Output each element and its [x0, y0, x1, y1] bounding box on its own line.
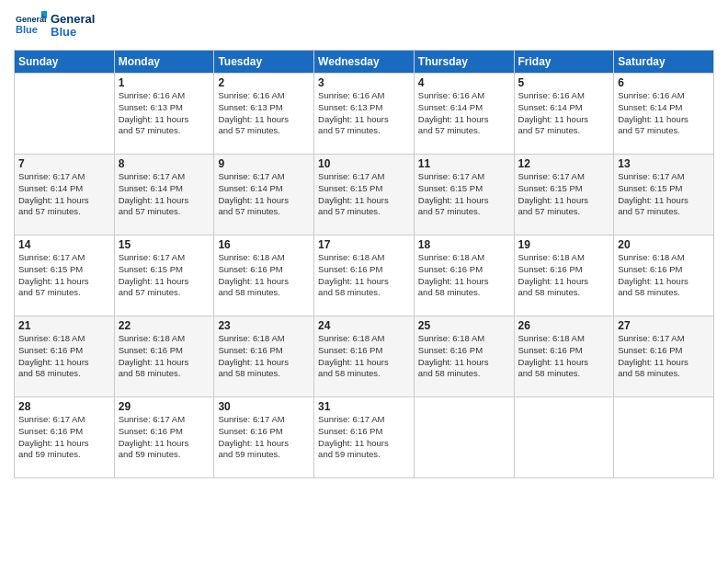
day-number: 23	[218, 319, 310, 332]
day-number: 28	[18, 400, 110, 413]
calendar-day-header: Monday	[114, 51, 214, 74]
day-info: Sunrise: 6:18 AM Sunset: 6:16 PM Dayligh…	[618, 252, 710, 299]
calendar: SundayMondayTuesdayWednesdayThursdayFrid…	[14, 50, 714, 478]
calendar-header-row: SundayMondayTuesdayWednesdayThursdayFrid…	[15, 51, 714, 74]
calendar-cell: 6Sunrise: 6:16 AM Sunset: 6:14 PM Daylig…	[614, 74, 714, 155]
calendar-cell: 22Sunrise: 6:18 AM Sunset: 6:16 PM Dayli…	[114, 316, 214, 397]
day-number: 29	[119, 400, 210, 413]
calendar-day-header: Friday	[514, 51, 614, 74]
day-number: 20	[618, 238, 710, 251]
day-info: Sunrise: 6:17 AM Sunset: 6:15 PM Dayligh…	[518, 171, 610, 218]
day-number: 4	[418, 76, 510, 89]
calendar-week-row: 14Sunrise: 6:17 AM Sunset: 6:15 PM Dayli…	[15, 236, 714, 316]
day-number: 16	[218, 238, 310, 251]
day-info: Sunrise: 6:18 AM Sunset: 6:16 PM Dayligh…	[318, 252, 410, 299]
calendar-cell: 11Sunrise: 6:17 AM Sunset: 6:15 PM Dayli…	[414, 155, 514, 236]
day-number: 26	[518, 319, 610, 332]
day-info: Sunrise: 6:18 AM Sunset: 6:16 PM Dayligh…	[18, 333, 110, 380]
day-number: 6	[618, 76, 710, 89]
day-number: 3	[318, 76, 410, 89]
day-info: Sunrise: 6:17 AM Sunset: 6:14 PM Dayligh…	[218, 171, 310, 218]
day-info: Sunrise: 6:18 AM Sunset: 6:16 PM Dayligh…	[218, 333, 310, 380]
day-info: Sunrise: 6:17 AM Sunset: 6:16 PM Dayligh…	[218, 414, 310, 461]
calendar-cell	[414, 397, 514, 478]
day-number: 21	[18, 319, 110, 332]
calendar-week-row: 28Sunrise: 6:17 AM Sunset: 6:16 PM Dayli…	[15, 397, 714, 478]
logo-blue: Blue	[51, 26, 95, 39]
day-number: 8	[119, 157, 210, 170]
calendar-cell	[614, 397, 714, 478]
calendar-day-header: Sunday	[15, 51, 115, 74]
header: General Blue General Blue	[14, 9, 714, 42]
calendar-cell: 10Sunrise: 6:17 AM Sunset: 6:15 PM Dayli…	[314, 155, 415, 236]
calendar-cell: 31Sunrise: 6:17 AM Sunset: 6:16 PM Dayli…	[314, 397, 415, 478]
day-info: Sunrise: 6:16 AM Sunset: 6:14 PM Dayligh…	[418, 90, 510, 137]
calendar-cell: 27Sunrise: 6:17 AM Sunset: 6:16 PM Dayli…	[614, 316, 714, 397]
calendar-cell: 17Sunrise: 6:18 AM Sunset: 6:16 PM Dayli…	[314, 236, 415, 316]
calendar-week-row: 7Sunrise: 6:17 AM Sunset: 6:14 PM Daylig…	[15, 155, 714, 236]
day-info: Sunrise: 6:16 AM Sunset: 6:13 PM Dayligh…	[119, 90, 210, 137]
calendar-cell: 12Sunrise: 6:17 AM Sunset: 6:15 PM Dayli…	[514, 155, 614, 236]
day-number: 11	[418, 157, 510, 170]
calendar-cell: 13Sunrise: 6:17 AM Sunset: 6:15 PM Dayli…	[614, 155, 714, 236]
calendar-cell: 9Sunrise: 6:17 AM Sunset: 6:14 PM Daylig…	[214, 155, 314, 236]
day-number: 5	[518, 76, 610, 89]
logo: General Blue General Blue	[14, 9, 95, 42]
day-info: Sunrise: 6:17 AM Sunset: 6:15 PM Dayligh…	[119, 252, 210, 299]
day-info: Sunrise: 6:18 AM Sunset: 6:16 PM Dayligh…	[119, 333, 210, 380]
calendar-cell: 26Sunrise: 6:18 AM Sunset: 6:16 PM Dayli…	[514, 316, 614, 397]
calendar-cell: 30Sunrise: 6:17 AM Sunset: 6:16 PM Dayli…	[214, 397, 314, 478]
calendar-cell: 21Sunrise: 6:18 AM Sunset: 6:16 PM Dayli…	[15, 316, 115, 397]
day-number: 13	[618, 157, 710, 170]
calendar-cell: 20Sunrise: 6:18 AM Sunset: 6:16 PM Dayli…	[614, 236, 714, 316]
calendar-cell: 14Sunrise: 6:17 AM Sunset: 6:15 PM Dayli…	[15, 236, 115, 316]
calendar-cell: 24Sunrise: 6:18 AM Sunset: 6:16 PM Dayli…	[314, 316, 415, 397]
calendar-day-header: Thursday	[414, 51, 514, 74]
day-number: 9	[218, 157, 310, 170]
calendar-cell: 2Sunrise: 6:16 AM Sunset: 6:13 PM Daylig…	[214, 74, 314, 155]
day-number: 12	[518, 157, 610, 170]
day-number: 18	[418, 238, 510, 251]
day-info: Sunrise: 6:18 AM Sunset: 6:16 PM Dayligh…	[418, 252, 510, 299]
day-number: 19	[518, 238, 610, 251]
calendar-cell: 1Sunrise: 6:16 AM Sunset: 6:13 PM Daylig…	[114, 74, 214, 155]
day-info: Sunrise: 6:18 AM Sunset: 6:16 PM Dayligh…	[518, 333, 610, 380]
day-number: 27	[618, 319, 710, 332]
day-info: Sunrise: 6:16 AM Sunset: 6:14 PM Dayligh…	[618, 90, 710, 137]
day-number: 22	[119, 319, 210, 332]
calendar-cell: 15Sunrise: 6:17 AM Sunset: 6:15 PM Dayli…	[114, 236, 214, 316]
day-info: Sunrise: 6:18 AM Sunset: 6:16 PM Dayligh…	[418, 333, 510, 380]
day-info: Sunrise: 6:18 AM Sunset: 6:16 PM Dayligh…	[518, 252, 610, 299]
day-number: 17	[318, 238, 410, 251]
day-info: Sunrise: 6:17 AM Sunset: 6:14 PM Dayligh…	[18, 171, 110, 218]
day-info: Sunrise: 6:18 AM Sunset: 6:16 PM Dayligh…	[218, 252, 310, 299]
day-info: Sunrise: 6:16 AM Sunset: 6:13 PM Dayligh…	[318, 90, 410, 137]
day-info: Sunrise: 6:17 AM Sunset: 6:15 PM Dayligh…	[18, 252, 110, 299]
day-number: 2	[218, 76, 310, 89]
svg-text:Blue: Blue	[16, 24, 38, 35]
calendar-cell: 16Sunrise: 6:18 AM Sunset: 6:16 PM Dayli…	[214, 236, 314, 316]
day-info: Sunrise: 6:17 AM Sunset: 6:16 PM Dayligh…	[18, 414, 110, 461]
calendar-day-header: Wednesday	[314, 51, 415, 74]
calendar-day-header: Saturday	[614, 51, 714, 74]
day-info: Sunrise: 6:16 AM Sunset: 6:13 PM Dayligh…	[218, 90, 310, 137]
calendar-cell: 7Sunrise: 6:17 AM Sunset: 6:14 PM Daylig…	[15, 155, 115, 236]
day-number: 15	[119, 238, 210, 251]
calendar-cell: 23Sunrise: 6:18 AM Sunset: 6:16 PM Dayli…	[214, 316, 314, 397]
day-info: Sunrise: 6:17 AM Sunset: 6:15 PM Dayligh…	[418, 171, 510, 218]
logo-svg: General Blue	[14, 9, 47, 42]
calendar-cell: 4Sunrise: 6:16 AM Sunset: 6:14 PM Daylig…	[414, 74, 514, 155]
calendar-cell: 29Sunrise: 6:17 AM Sunset: 6:16 PM Dayli…	[114, 397, 214, 478]
calendar-day-header: Tuesday	[214, 51, 314, 74]
calendar-cell: 8Sunrise: 6:17 AM Sunset: 6:14 PM Daylig…	[114, 155, 214, 236]
day-info: Sunrise: 6:16 AM Sunset: 6:14 PM Dayligh…	[518, 90, 610, 137]
day-number: 1	[119, 76, 210, 89]
day-number: 30	[218, 400, 310, 413]
day-info: Sunrise: 6:17 AM Sunset: 6:16 PM Dayligh…	[119, 414, 210, 461]
day-number: 25	[418, 319, 510, 332]
calendar-cell: 18Sunrise: 6:18 AM Sunset: 6:16 PM Dayli…	[414, 236, 514, 316]
day-info: Sunrise: 6:17 AM Sunset: 6:14 PM Dayligh…	[119, 171, 210, 218]
day-number: 7	[18, 157, 110, 170]
page: General Blue General Blue SundayMondayTu…	[0, 0, 728, 563]
day-info: Sunrise: 6:18 AM Sunset: 6:16 PM Dayligh…	[318, 333, 410, 380]
